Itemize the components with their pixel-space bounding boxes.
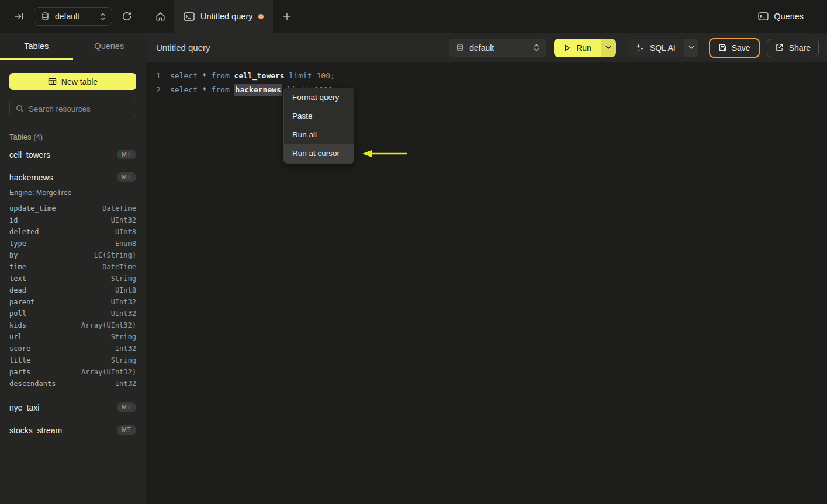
- code-text: select * from cell_towers limit 100;: [170, 69, 335, 83]
- column-row: titleString: [9, 354, 136, 366]
- column-type: UInt32: [111, 214, 136, 226]
- column-name: descendants: [9, 378, 56, 390]
- engine-badge: MT: [117, 402, 136, 412]
- share-button-label: Share: [789, 43, 811, 53]
- column-type: Array(UInt32): [81, 366, 136, 378]
- sparkles-icon: [635, 43, 645, 53]
- body-row: Tables Queries New table: [0, 33, 827, 504]
- collapse-sidebar-button[interactable]: [13, 10, 26, 23]
- engine-badge: MT: [117, 425, 136, 435]
- new-tab-button[interactable]: [273, 0, 301, 33]
- save-button-label: Save: [732, 43, 750, 53]
- sidebar-tab-tables[interactable]: Tables: [0, 33, 73, 60]
- column-type: String: [111, 273, 136, 284]
- sidebar-tabs: Tables Queries: [0, 33, 146, 60]
- topbar-left: default: [0, 0, 146, 33]
- table-name: hackernews: [9, 173, 53, 182]
- database-icon: [456, 43, 464, 52]
- sql-ai-options-caret[interactable]: [684, 39, 698, 57]
- table-name: stocks_stream: [9, 426, 62, 435]
- column-row: deadUInt8: [9, 284, 136, 296]
- column-row: partsArray(UInt32): [9, 366, 136, 378]
- column-row: typeEnum8: [9, 238, 136, 249]
- table-row-cell-towers[interactable]: cell_towers MT: [9, 145, 136, 164]
- tab-untitled-query[interactable]: Untitled query: [174, 0, 273, 33]
- database-selector-value: default: [55, 12, 79, 21]
- terminal-icon: [758, 12, 769, 20]
- sql-table-name-selected: hackernews: [234, 84, 282, 96]
- column-type: Enum8: [115, 238, 136, 249]
- column-type: UInt32: [111, 296, 136, 308]
- table-name: cell_towers: [9, 150, 50, 159]
- table-row-hackernews[interactable]: hackernews MT: [9, 168, 136, 187]
- sql-ai-button[interactable]: SQL AI: [628, 39, 684, 57]
- engine-badge: MT: [117, 150, 136, 159]
- line-number: 2: [156, 83, 162, 97]
- menu-item-format-query[interactable]: Format query: [284, 88, 354, 107]
- column-type: DateTime: [102, 261, 136, 273]
- column-row: update_timeDateTime: [9, 203, 136, 214]
- home-button[interactable]: [146, 0, 174, 33]
- sidebar-tab-queries-label: Queries: [94, 41, 124, 51]
- menu-item-run-at-cursor[interactable]: Run at cursor: [284, 144, 354, 163]
- sidebar-tab-queries[interactable]: Queries: [73, 33, 146, 60]
- engine-label: Engine: MergeTree: [9, 189, 136, 197]
- terminal-icon: [184, 12, 195, 21]
- run-button[interactable]: Run: [554, 39, 601, 57]
- column-name: time: [9, 261, 26, 273]
- app-root: default Untitled query: [0, 0, 827, 504]
- play-icon: [563, 44, 571, 52]
- menu-item-run-all[interactable]: Run all: [284, 126, 354, 144]
- column-row: urlString: [9, 331, 136, 343]
- table-icon: [48, 77, 57, 86]
- column-row: parentUInt32: [9, 296, 136, 308]
- run-options-caret[interactable]: [601, 39, 616, 57]
- chevron-down-icon: [688, 46, 694, 50]
- column-name: deleted: [9, 226, 39, 238]
- column-name: parts: [9, 366, 30, 378]
- sql-keyword: from: [211, 85, 234, 94]
- search-input[interactable]: [29, 105, 132, 113]
- run-split-button: Run: [554, 39, 616, 57]
- line-number: 1: [156, 69, 162, 83]
- chevron-down-icon: [605, 46, 611, 50]
- new-table-button-label: New table: [61, 77, 98, 86]
- database-selector[interactable]: default: [34, 7, 112, 26]
- column-row: byLC(String): [9, 249, 136, 261]
- sql-editor[interactable]: 1 select * from cell_towers limit 100; 2…: [146, 62, 827, 504]
- code-line-1: 1 select * from cell_towers limit 100;: [156, 69, 827, 83]
- sidebar-tab-tables-label: Tables: [24, 41, 49, 51]
- column-type: UInt32: [111, 308, 136, 319]
- hackernews-column-list: update_timeDateTime idUInt32 deletedUInt…: [9, 203, 136, 390]
- column-name: text: [9, 273, 26, 284]
- save-button[interactable]: Save: [709, 38, 760, 58]
- column-type: LC(String): [94, 249, 136, 261]
- table-row-stocks-stream[interactable]: stocks_stream MT: [9, 420, 136, 440]
- column-type: DateTime: [102, 203, 136, 214]
- toolbar-database-value: default: [469, 43, 528, 53]
- column-row: kidsArray(UInt32): [9, 319, 136, 331]
- chevron-updown-icon: [100, 12, 106, 21]
- table-row-nyc-taxi[interactable]: nyc_taxi MT: [9, 398, 136, 417]
- table-name: nyc_taxi: [9, 403, 39, 412]
- sql-ai-button-label: SQL AI: [650, 43, 676, 53]
- column-name: update_time: [9, 203, 56, 214]
- run-button-label: Run: [576, 43, 591, 53]
- toolbar-database-selector[interactable]: default: [449, 39, 546, 57]
- column-name: score: [9, 343, 30, 354]
- sql-keyword: limit: [285, 71, 317, 80]
- sidebar-content: New table Tables (4) cell_towers MT hack…: [0, 60, 146, 440]
- search-box: [9, 100, 136, 117]
- queries-button[interactable]: Queries: [758, 0, 804, 33]
- topbar-spacer: [301, 0, 758, 33]
- column-row: idUInt32: [9, 214, 136, 226]
- column-name: parent: [9, 296, 34, 308]
- column-name: dead: [9, 284, 26, 296]
- column-row: textString: [9, 273, 136, 284]
- collapse-sidebar-icon: [14, 11, 25, 22]
- column-name: id: [9, 214, 18, 226]
- menu-item-paste[interactable]: Paste: [284, 107, 354, 126]
- share-button[interactable]: Share: [767, 39, 819, 57]
- refresh-button[interactable]: [120, 10, 133, 23]
- new-table-button[interactable]: New table: [9, 73, 136, 90]
